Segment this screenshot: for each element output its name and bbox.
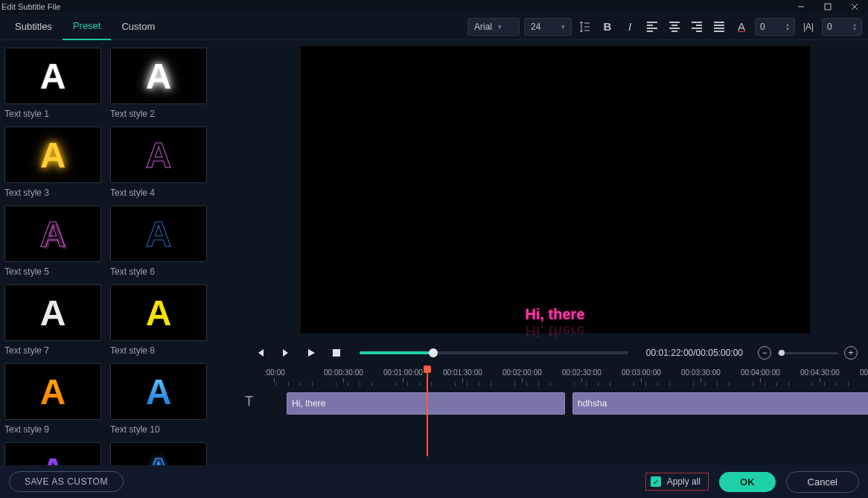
italic-button[interactable]: I (621, 18, 639, 36)
preset-item[interactable]: AText style 7 (4, 284, 101, 356)
preset-label: Text style 9 (4, 424, 101, 435)
preset-glyph: A (40, 135, 66, 176)
align-right-button[interactable] (688, 18, 706, 36)
ruler-tick: 00:04:00:00 (741, 368, 780, 383)
preset-item[interactable]: AText style 2 (110, 48, 207, 119)
maximize-button[interactable] (814, 0, 841, 13)
tab-subtitles[interactable]: Subtitles (4, 13, 63, 40)
letter-width-icon[interactable]: |A| (800, 18, 817, 36)
preset-item[interactable]: AText style 5 (4, 205, 101, 277)
ruler-tick: 00:02:00:00 (502, 368, 542, 383)
window-title: Edit Subtitle File (0, 2, 60, 11)
apply-all-checkbox[interactable]: ✓ Apply all (645, 473, 709, 491)
svg-rect-4 (333, 349, 340, 357)
align-center-button[interactable] (666, 18, 683, 36)
prev-frame-button[interactable] (252, 345, 269, 361)
playhead[interactable] (427, 367, 428, 456)
ruler-tick: 00:04:30:00 (800, 368, 840, 383)
ok-button[interactable]: OK (719, 472, 776, 492)
close-button[interactable] (841, 0, 868, 13)
preset-glyph: A (40, 371, 66, 412)
preset-glyph: A (146, 450, 172, 466)
zoom-in-button[interactable]: + (844, 346, 858, 360)
preset-item[interactable]: AText style 8 (110, 284, 207, 356)
preset-label: Text style 4 (110, 188, 207, 198)
svg-rect-1 (825, 4, 831, 10)
font-color-button[interactable]: A (733, 18, 750, 36)
preset-glyph: A (146, 135, 172, 176)
zoom-track[interactable] (777, 352, 838, 354)
ruler-tick: 00:03:00:00 (622, 368, 661, 383)
char-spacing-value: 0 (760, 22, 765, 32)
ruler-tick: 00:00:30:00 (324, 368, 363, 383)
minimize-button[interactable] (788, 0, 814, 13)
preset-glyph: A (146, 371, 172, 412)
chevron-down-icon: ▾ (561, 23, 565, 31)
ruler-tick: 00:01:00:00 (383, 368, 423, 383)
preset-sidebar[interactable]: AText style 1AText style 2AText style 3A… (0, 40, 242, 465)
preset-item[interactable]: AText style 6 (110, 205, 207, 277)
tab-preset[interactable]: Preset (63, 13, 112, 40)
line-spacing-value: 0 (827, 22, 832, 32)
line-height-icon[interactable] (576, 18, 594, 36)
chevron-down-icon: ▾ (498, 23, 502, 31)
ruler-tick: 00:03:30:00 (681, 368, 721, 383)
preset-glyph: A (146, 293, 172, 333)
tab-custom[interactable]: Custom (111, 13, 165, 40)
preset-glyph: A (146, 214, 172, 255)
char-spacing-stepper[interactable]: 0 ▲▼ (755, 18, 795, 36)
preset-glyph: A (40, 450, 66, 466)
timecode: 00:01:22:00/00:05:00:00 (646, 348, 743, 358)
preview-area: Hi, there Hi, there (242, 40, 868, 337)
ruler-tick: 00:02:30:00 (562, 368, 601, 383)
align-left-button[interactable] (643, 18, 661, 36)
save-as-custom-button[interactable]: SAVE AS CUSTOM (9, 471, 124, 492)
font-size-select[interactable]: 24 ▾ (524, 18, 572, 36)
ruler-tick: :00:00 (264, 368, 285, 383)
preset-item[interactable]: A (4, 442, 101, 465)
preview-subtitle[interactable]: Hi, there (301, 306, 810, 323)
line-spacing-stepper[interactable]: 0 ▲▼ (822, 18, 862, 36)
preset-glyph: A (146, 56, 172, 97)
subtitle-clip[interactable]: Hi, there (287, 392, 565, 415)
preset-item[interactable]: AText style 3 (4, 127, 101, 198)
zoom-out-button[interactable]: − (758, 346, 771, 360)
preset-glyph: A (40, 214, 66, 255)
ruler-tick: 00:05:0 (860, 368, 868, 383)
text-track-icon: T (245, 394, 253, 409)
timeline-ruler[interactable]: :00:0000:00:30:0000:01:00:0000:01:30:000… (264, 368, 868, 392)
subtitle-clip[interactable]: hdhsha (572, 392, 868, 415)
ruler-tick: 00:01:30:00 (443, 368, 482, 383)
font-family-select[interactable]: Arial ▾ (467, 18, 520, 36)
preset-glyph: A (40, 293, 66, 333)
preset-glyph: A (40, 56, 66, 97)
preview-subtitle-reflection: Hi, there (301, 322, 810, 339)
preset-label: Text style 10 (110, 424, 207, 435)
preset-item[interactable]: AText style 4 (110, 127, 207, 198)
timeline[interactable]: :00:0000:00:30:0000:01:00:0000:01:30:000… (242, 368, 868, 465)
preset-label: Text style 2 (110, 109, 207, 119)
progress-knob[interactable] (429, 348, 438, 357)
check-icon: ✓ (651, 476, 661, 487)
preview-canvas[interactable]: Hi, there Hi, there (301, 46, 810, 333)
apply-all-label: Apply all (667, 476, 701, 487)
align-justify-button[interactable] (710, 18, 728, 36)
stop-button[interactable] (328, 345, 345, 361)
cancel-button[interactable]: Cancel (786, 471, 859, 493)
preset-label: Text style 8 (110, 345, 207, 356)
preset-item[interactable]: AText style 9 (4, 363, 101, 435)
preset-item[interactable]: AText style 1 (4, 48, 101, 119)
preset-label: Text style 7 (4, 345, 101, 356)
bold-button[interactable]: B (599, 18, 616, 36)
zoom-knob[interactable] (779, 350, 785, 356)
play-button[interactable] (303, 345, 319, 361)
next-frame-button[interactable] (278, 345, 294, 361)
progress-track[interactable] (360, 351, 628, 354)
preset-label: Text style 3 (4, 188, 101, 198)
preset-item[interactable]: AText style 10 (110, 363, 207, 435)
preset-item[interactable]: A (110, 442, 207, 465)
preset-label: Text style 5 (4, 266, 101, 277)
transport-bar: 00:01:22:00/00:05:00:00 − + (242, 337, 868, 368)
text-toolbar: Arial ▾ 24 ▾ B I A 0 ▲▼ |A| 0 ▲▼ (467, 18, 868, 36)
preset-label: Text style 1 (4, 109, 101, 119)
